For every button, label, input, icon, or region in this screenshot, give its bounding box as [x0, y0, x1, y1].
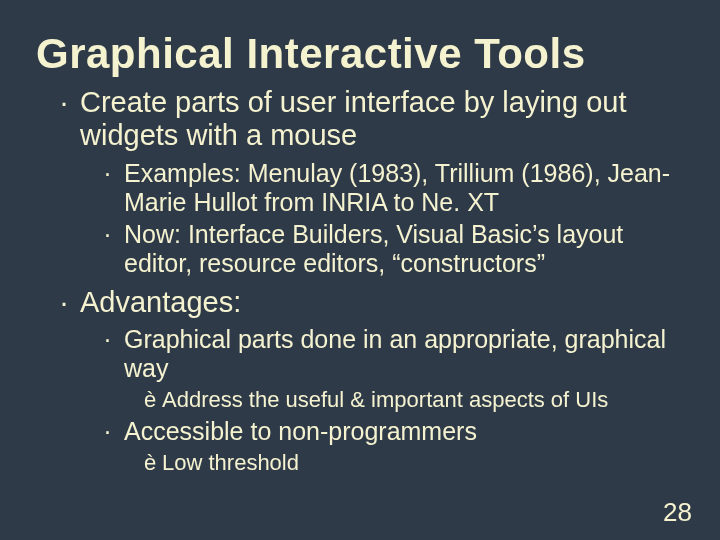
bullet-text: Now: Interface Builders, Visual Basic’s …	[124, 220, 684, 278]
arrow-icon: è	[144, 387, 162, 413]
slide: Graphical Interactive Tools · Create par…	[0, 0, 720, 540]
bullet-dot-icon: ·	[104, 220, 124, 278]
bullet-level2: · Graphical parts done in an appropriate…	[104, 325, 684, 383]
bullet-dot-icon: ·	[60, 86, 80, 153]
bullet-dot-icon: ·	[104, 159, 124, 217]
bullet-text: Address the useful & important aspects o…	[162, 387, 608, 413]
bullet-level2: · Accessible to non-programmers	[104, 417, 684, 446]
bullet-level3: è Address the useful & important aspects…	[144, 387, 684, 413]
bullet-text: Low threshold	[162, 450, 299, 476]
bullet-level2: · Examples: Menulay (1983), Trillium (19…	[104, 159, 684, 217]
bullet-text: Create parts of user interface by laying…	[80, 86, 684, 153]
bullet-level1: · Create parts of user interface by layi…	[60, 86, 684, 153]
bullet-dot-icon: ·	[104, 325, 124, 383]
bullet-text: Accessible to non-programmers	[124, 417, 477, 446]
bullet-level3: è Low threshold	[144, 450, 684, 476]
arrow-icon: è	[144, 450, 162, 476]
bullet-dot-icon: ·	[60, 286, 80, 319]
bullet-level2: · Now: Interface Builders, Visual Basic’…	[104, 220, 684, 278]
bullet-text: Examples: Menulay (1983), Trillium (1986…	[124, 159, 684, 217]
bullet-text: Graphical parts done in an appropriate, …	[124, 325, 684, 383]
bullet-level1: · Advantages:	[60, 286, 684, 319]
bullet-dot-icon: ·	[104, 417, 124, 446]
bullet-text: Advantages:	[80, 286, 241, 319]
page-number: 28	[663, 497, 692, 528]
slide-title: Graphical Interactive Tools	[36, 32, 684, 76]
